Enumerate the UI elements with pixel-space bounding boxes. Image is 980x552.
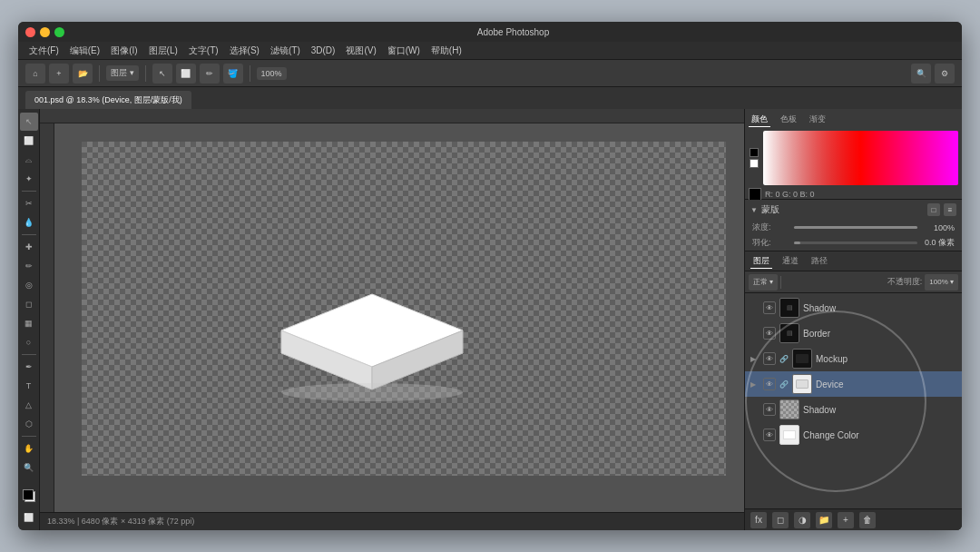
- tab-channels[interactable]: 通道: [779, 254, 801, 268]
- hex-value: R: 0 G: 0 B: 0: [765, 190, 958, 199]
- tool-gradient[interactable]: ▦: [20, 314, 38, 332]
- move-tool-btn[interactable]: ↖: [152, 64, 172, 84]
- layer-mockup[interactable]: ▶ 👁 🔗 Mockup: [745, 346, 962, 371]
- layer-expand-mockup[interactable]: ▶: [750, 355, 760, 363]
- background-color-swatch[interactable]: [23, 489, 34, 500]
- tool-move[interactable]: ↖: [20, 113, 38, 131]
- mask-panel-header[interactable]: ▼ 蒙版 □ ≡: [745, 200, 962, 220]
- color-tab-color[interactable]: 颜色: [749, 113, 770, 127]
- layer-expand-device[interactable]: ▶: [750, 380, 760, 389]
- tool-lasso[interactable]: ⌓: [20, 151, 38, 169]
- layer-visibility-shadow2[interactable]: 👁: [763, 403, 776, 416]
- menu-text[interactable]: 文字(T): [183, 44, 224, 57]
- brush-tool-btn[interactable]: ✏: [200, 64, 220, 84]
- layers-toolbar: 正常 ▾ 不透明度: 100% ▾: [745, 271, 962, 293]
- tool-text[interactable]: T: [20, 377, 38, 395]
- blend-mode-dropdown[interactable]: 正常 ▾: [749, 274, 778, 291]
- open-button[interactable]: 📂: [73, 64, 93, 84]
- layer-device[interactable]: ▶ 👁 🔗 Device: [745, 371, 962, 397]
- tool-magic[interactable]: ✦: [20, 170, 38, 188]
- menu-help[interactable]: 帮助(H): [426, 44, 467, 57]
- search-button[interactable]: 🔍: [911, 64, 931, 84]
- layers-list[interactable]: 👁 ▤ Shadow 👁 ▤: [745, 293, 962, 508]
- tab-layers[interactable]: 图层: [750, 254, 772, 269]
- select-tool-btn[interactable]: ⬜: [176, 64, 196, 84]
- ruler-top: [40, 109, 744, 123]
- menu-window[interactable]: 窗口(W): [382, 44, 426, 57]
- mode-dropdown[interactable]: 图层 ▾: [106, 65, 139, 81]
- tool-brush[interactable]: ✏: [20, 257, 38, 275]
- layer-change-color[interactable]: 👁 Change Color: [745, 422, 962, 448]
- layer-visibility-change-color[interactable]: 👁: [763, 429, 776, 441]
- home-button[interactable]: ⌂: [25, 64, 45, 84]
- maximize-button[interactable]: [54, 27, 64, 37]
- layer-visibility-border[interactable]: 👁: [763, 327, 776, 340]
- color-spectrum[interactable]: [947, 131, 958, 185]
- add-mask-button[interactable]: ◻: [772, 512, 789, 528]
- layer-name-shadow1: Shadow: [803, 303, 956, 313]
- layer-name-shadow2: Shadow: [803, 405, 956, 415]
- layer-visibility-mockup[interactable]: 👁: [763, 352, 776, 365]
- feather-value: 0.0 像素: [923, 237, 955, 249]
- color-tab-gradient[interactable]: 渐变: [807, 113, 828, 127]
- color-tab-swatches[interactable]: 色板: [778, 113, 799, 127]
- tool-modes[interactable]: ⬜: [20, 508, 38, 527]
- layer-shadow2[interactable]: 👁 Shadow: [745, 397, 962, 422]
- menu-filter[interactable]: 滤镜(T): [265, 44, 306, 57]
- close-button[interactable]: [25, 27, 35, 37]
- color-panel-bottom: R: 0 G: 0 B: 0: [749, 188, 958, 201]
- add-effect-button[interactable]: fx: [750, 512, 767, 528]
- color-gradient-area[interactable]: [763, 131, 958, 185]
- menu-image[interactable]: 图像(I): [105, 44, 142, 57]
- menu-layer[interactable]: 图层(L): [143, 44, 183, 57]
- opacity-value[interactable]: 100% ▾: [925, 274, 958, 291]
- tool-shape[interactable]: ⬡: [20, 415, 38, 433]
- document-tab-active[interactable]: 001.psd @ 18.3% (Device, 图层/蒙版/我): [25, 91, 191, 109]
- tool-eyedropper[interactable]: 💧: [20, 213, 38, 232]
- density-slider[interactable]: [794, 226, 917, 229]
- settings-button[interactable]: ⚙: [935, 64, 955, 84]
- layer-link-mockup: 🔗: [779, 355, 789, 363]
- fg-color-mini[interactable]: [750, 148, 759, 157]
- add-adjustment-button[interactable]: ◑: [794, 512, 810, 528]
- create-group-button[interactable]: 📁: [816, 512, 832, 528]
- layer-shadow1[interactable]: 👁 ▤ Shadow: [745, 295, 962, 320]
- tool-select-rect[interactable]: ⬜: [20, 132, 38, 150]
- tool-hand[interactable]: ✋: [20, 439, 38, 458]
- new-button[interactable]: +: [49, 64, 69, 84]
- menu-view[interactable]: 视图(V): [340, 44, 381, 57]
- menu-3d[interactable]: 3D(D): [306, 45, 341, 55]
- tool-eraser[interactable]: ◻: [20, 295, 38, 313]
- menu-select[interactable]: 选择(S): [224, 44, 265, 57]
- tools-panel: ↖ ⬜ ⌓ ✦ ✂ 💧 ✚ ✏ ◎ ◻ ▦ ○ ✒ T △ ⬡ ✋ 🔍: [18, 109, 40, 530]
- tool-zoom[interactable]: 🔍: [20, 458, 38, 477]
- tool-path[interactable]: △: [20, 396, 38, 414]
- layer-border[interactable]: 👁 ▤ Border: [745, 320, 962, 346]
- color-swatch[interactable]: [749, 188, 761, 201]
- tool-dodge[interactable]: ○: [20, 333, 38, 351]
- menu-edit[interactable]: 编辑(E): [64, 44, 105, 57]
- layer-visibility-shadow1[interactable]: 👁: [763, 301, 776, 314]
- tool-crop[interactable]: ✂: [20, 194, 38, 212]
- mask-ctrl-1[interactable]: □: [927, 203, 940, 216]
- color-gradient[interactable]: [763, 131, 958, 185]
- delete-layer-button[interactable]: 🗑: [859, 512, 876, 528]
- mask-panel-title: 蒙版: [761, 203, 924, 216]
- create-layer-button[interactable]: +: [838, 512, 854, 528]
- tool-clone[interactable]: ◎: [20, 276, 38, 294]
- document-tabs: 001.psd @ 18.3% (Device, 图层/蒙版/我): [18, 87, 962, 109]
- layer-visibility-device[interactable]: 👁: [763, 378, 776, 390]
- layer-link-device: 🔗: [779, 380, 789, 389]
- feather-slider[interactable]: [794, 242, 917, 244]
- opacity-label: 不透明度:: [887, 276, 923, 288]
- mask-ctrl-2[interactable]: ≡: [944, 203, 956, 216]
- tab-paths[interactable]: 路径: [808, 254, 830, 268]
- bg-color-mini[interactable]: [750, 159, 759, 168]
- canvas-viewport[interactable]: [54, 123, 744, 512]
- tool-pen[interactable]: ✒: [20, 358, 38, 376]
- minimize-button[interactable]: [40, 27, 50, 37]
- fill-tool-btn[interactable]: 🪣: [223, 64, 243, 84]
- tool-heal[interactable]: ✚: [20, 238, 38, 256]
- menu-file[interactable]: 文件(F): [24, 44, 64, 57]
- main-content: ↖ ⬜ ⌓ ✦ ✂ 💧 ✚ ✏ ◎ ◻ ▦ ○ ✒ T △ ⬡ ✋ 🔍: [18, 109, 962, 530]
